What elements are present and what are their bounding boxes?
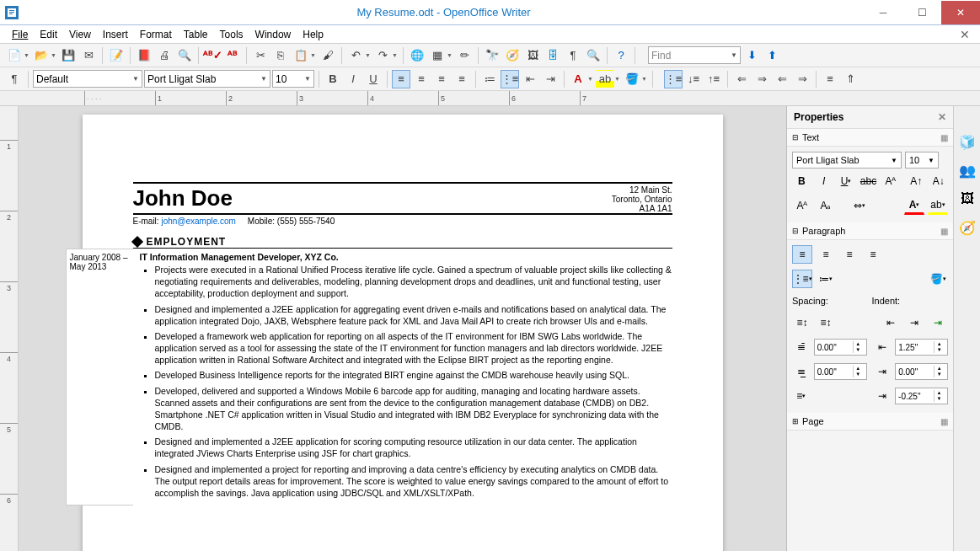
nonprinting-button[interactable]: ¶ — [564, 46, 582, 65]
font-name-combo[interactable]: Port Lligat Slab▼ — [144, 70, 270, 88]
sidebar-bold-button[interactable]: B — [792, 172, 811, 190]
promote-sub-button[interactable]: ⇐ — [773, 70, 791, 88]
gear-icon[interactable]: ▦ — [940, 133, 948, 142]
list-item[interactable]: Developed Business Intelligence reports … — [155, 369, 672, 381]
print-button[interactable]: 🖨 — [155, 46, 174, 65]
first-line-indent-input[interactable]: ▲▼ — [895, 388, 948, 404]
list-item[interactable]: Designed and implemented a project for r… — [155, 463, 672, 500]
paragraph-style-combo[interactable]: Default▼ — [33, 70, 142, 88]
styles-button[interactable]: ¶ — [5, 70, 24, 88]
list-move-down-button[interactable]: ↓≡ — [684, 70, 703, 88]
menu-window[interactable]: Window — [250, 27, 297, 42]
align-justify-button[interactable]: ≡ — [453, 70, 471, 88]
hyperlink-button[interactable]: 🌐 — [408, 46, 426, 65]
menu-insert[interactable]: Insert — [98, 27, 133, 42]
demote-button[interactable]: ⇒ — [752, 70, 771, 88]
align-left-button[interactable]: ≡ — [392, 70, 410, 88]
font-color-button[interactable]: A — [569, 70, 587, 88]
menu-file[interactable]: File — [7, 27, 33, 42]
minimize-button[interactable]: ─ — [864, 1, 902, 24]
sidebar-size-combo[interactable]: 10▼ — [905, 152, 939, 169]
font-color-dropdown[interactable]: ▼ — [587, 76, 594, 82]
find-next-button[interactable]: ⬇ — [742, 46, 761, 65]
menu-table[interactable]: Table — [179, 27, 213, 42]
open-button[interactable]: 📂 — [32, 46, 51, 65]
sidebar-highlight-button[interactable]: ab▾ — [928, 196, 948, 215]
sidebar-super-button[interactable]: Aᴬ — [792, 196, 812, 215]
spellcheck-button[interactable]: ᴬᴮ✓ — [203, 46, 222, 65]
undo-dropdown[interactable]: ▼ — [365, 52, 372, 58]
properties-tab-icon[interactable]: 🧊 — [957, 131, 977, 152]
print-preview-button[interactable]: 🔍 — [175, 46, 194, 65]
job-dates[interactable]: January 2008 – May 2013 — [66, 249, 133, 506]
gallery-button[interactable]: 🖼 — [523, 46, 542, 65]
sidebar-shadow-button[interactable]: Aᴬ — [881, 172, 900, 190]
paragraph-section-header[interactable]: ⊟Paragraph ▦ — [787, 222, 953, 240]
move-up-button[interactable]: ⇑ — [841, 70, 860, 88]
edit-file-button[interactable]: 📝 — [107, 46, 126, 65]
list-move-up-button[interactable]: ↑≡ — [704, 70, 723, 88]
page-section-header[interactable]: ⊞Page ▦ — [787, 413, 953, 431]
section-employment-title[interactable]: EMPLOYMENT — [133, 236, 672, 248]
job-title[interactable]: IT Information Management Developer, XYZ… — [140, 252, 672, 262]
bold-button[interactable]: B — [324, 70, 342, 88]
highlight-dropdown[interactable]: ▼ — [614, 76, 621, 82]
help-button[interactable]: ? — [612, 46, 630, 65]
navigator-tab-icon[interactable]: 🧭 — [957, 217, 977, 238]
menu-edit[interactable]: Edit — [35, 27, 62, 42]
sidebar-underline-button[interactable]: U▾ — [837, 172, 855, 190]
sidebar-sub-button[interactable]: Aₐ — [816, 196, 836, 215]
autospell-button[interactable]: ᴬᴮ — [223, 46, 242, 65]
indent-left-input[interactable]: ▲▼ — [895, 339, 948, 356]
sidebar-dec-indent[interactable]: ⇥ — [904, 313, 924, 332]
gear-icon[interactable]: ▦ — [940, 417, 948, 426]
find-prev-button[interactable]: ⬆ — [763, 46, 781, 65]
resume-contact[interactable]: E-mail: john@example.com Mobile: (555) 5… — [133, 215, 672, 233]
document-page[interactable]: John Doe 12 Main St. Toronto, Ontario A1… — [83, 115, 723, 551]
panel-close-button[interactable]: ✕ — [938, 111, 946, 123]
redo-dropdown[interactable]: ▼ — [392, 52, 399, 58]
menu-help[interactable]: Help — [297, 27, 329, 42]
job-body[interactable]: IT Information Management Developer, XYZ… — [133, 249, 672, 506]
align-center-button[interactable]: ≡ — [412, 70, 431, 88]
email-link[interactable]: john@example.com — [161, 217, 236, 226]
navigator-button[interactable]: 🧭 — [503, 46, 522, 65]
bg-color-dropdown[interactable]: ▼ — [641, 76, 648, 82]
sidebar-font-combo[interactable]: Port Lligat Slab▼ — [792, 152, 902, 169]
menu-view[interactable]: View — [64, 27, 96, 42]
datasources-button[interactable]: 🗄 — [544, 46, 562, 65]
cut-button[interactable]: ✂ — [251, 46, 270, 65]
gear-icon[interactable]: ▦ — [940, 227, 948, 236]
demote-sub-button[interactable]: ⇒ — [793, 70, 811, 88]
sidebar-align-right[interactable]: ≡ — [839, 245, 860, 264]
sidebar-align-justify[interactable]: ≡ — [863, 245, 883, 264]
horizontal-ruler[interactable]: · · · · 1 2 3 4 5 6 7 — [0, 91, 980, 106]
find-input[interactable]: Find▼ — [648, 46, 741, 64]
zoom-button[interactable]: 🔍 — [584, 46, 602, 65]
resume-address[interactable]: 12 Main St. Toronto, Ontario A1A 1A1 — [612, 184, 672, 213]
maximize-button[interactable]: ☐ — [902, 1, 941, 24]
paste-button[interactable]: 📋 — [292, 46, 310, 65]
job-bullets[interactable]: Projects were executed in a Rational Uni… — [140, 264, 672, 499]
styles-tab-icon[interactable]: 👥 — [957, 160, 977, 180]
font-size-combo[interactable]: 10▼ — [272, 70, 314, 88]
table-button[interactable]: ▦ — [428, 46, 447, 65]
list-item[interactable]: Projects were executed in a Rational Uni… — [155, 264, 672, 300]
indent-right-input[interactable]: ▲▼ — [895, 363, 948, 380]
sidebar-spacing-button[interactable]: ⇔▾ — [849, 196, 870, 215]
resume-name[interactable]: John Doe — [133, 184, 612, 213]
new-button[interactable]: 📄 — [5, 46, 24, 65]
bullets-button[interactable]: ⋮≡ — [501, 70, 519, 88]
gallery-tab-icon[interactable]: 🖼 — [957, 189, 977, 209]
list-item[interactable]: Developed a framework web application fo… — [155, 330, 672, 366]
align-right-button[interactable]: ≡ — [432, 70, 451, 88]
list-item[interactable]: Developed, delivered and supported a Win… — [155, 385, 672, 433]
italic-button[interactable]: I — [344, 70, 362, 88]
new-dropdown[interactable]: ▼ — [24, 52, 30, 58]
text-section-header[interactable]: ⊟Text ▦ — [787, 129, 953, 147]
list-none-button[interactable]: ⋮≡ — [664, 70, 683, 88]
copy-button[interactable]: ⎘ — [271, 46, 290, 65]
underline-button[interactable]: U — [364, 70, 383, 88]
redo-button[interactable]: ↷ — [373, 46, 392, 65]
spacing-above-input[interactable]: ▲▼ — [814, 339, 867, 356]
